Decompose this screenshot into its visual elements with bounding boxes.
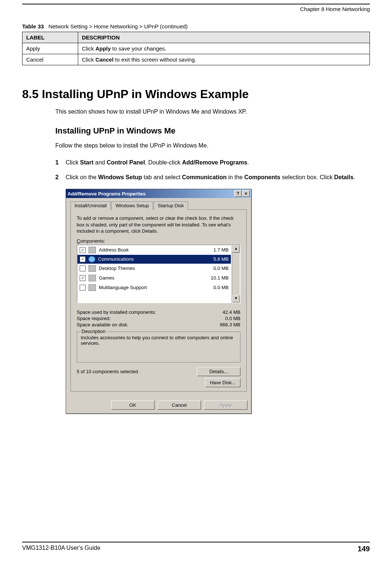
page-number: 149 xyxy=(358,545,370,553)
item-name: Desktop Themes xyxy=(99,266,200,271)
table-number: Table 33 xyxy=(22,23,44,30)
components-label: Components: xyxy=(77,238,240,244)
guide-title: VMG1312-B10A User's Guide xyxy=(22,545,100,553)
step-1: 1 Click Start and Control Panel. Double-… xyxy=(55,159,370,166)
table-row: Apply Click Apply to save your changes. xyxy=(22,43,370,54)
address-book-icon xyxy=(89,247,96,253)
games-icon xyxy=(89,275,96,281)
panel-help-text: To add or remove a component, select or … xyxy=(77,215,240,235)
ok-button[interactable]: OK xyxy=(111,400,155,410)
col-description: DESCRIPTION xyxy=(78,32,370,43)
desktop-themes-icon xyxy=(89,265,96,272)
list-item[interactable]: ✓ Communications 5.6 MB xyxy=(77,255,231,264)
have-disk-button[interactable]: Have Disk... xyxy=(205,378,240,387)
checkbox-icon[interactable]: ✓ xyxy=(80,247,86,253)
item-size: 0.0 MB xyxy=(203,266,229,271)
item-size: 0.0 MB xyxy=(203,285,229,290)
space-required-value: 0.0 MB xyxy=(225,316,240,321)
table-caption-text: Network Setting > Home Networking > UPnP… xyxy=(48,23,187,30)
list-item[interactable]: Multilanguage Support 0.0 MB xyxy=(77,283,231,292)
checkbox-icon[interactable]: ✓ xyxy=(80,275,86,281)
scroll-down-icon[interactable]: ▼ xyxy=(232,295,240,302)
globe-icon xyxy=(89,256,95,262)
tab-windows-setup[interactable]: Windows Setup xyxy=(111,201,153,210)
checkbox-icon[interactable] xyxy=(80,285,86,291)
section-heading: 8.5 Installing UPnP in Windows Example xyxy=(22,87,370,101)
add-remove-programs-dialog: Add/Remove Programs Properties ? × Insta… xyxy=(66,189,251,414)
settings-table: LABEL DESCRIPTION Apply Click Apply to s… xyxy=(22,32,370,65)
step-number: 1 xyxy=(55,159,66,166)
item-size: 1.7 MB xyxy=(203,247,229,253)
item-name: Communications xyxy=(98,256,200,262)
item-size: 10.1 MB xyxy=(203,275,229,281)
item-name: Multilanguage Support xyxy=(99,285,200,290)
tab-install-uninstall[interactable]: Install/Uninstall xyxy=(70,201,111,210)
cancel-button[interactable]: Cancel xyxy=(157,400,201,410)
help-icon[interactable]: ? xyxy=(234,190,242,197)
space-used-label: Space used by installed components: xyxy=(77,309,156,315)
scrollbar[interactable]: ▲ ▼ xyxy=(232,244,240,303)
page-footer: VMG1312-B10A User's Guide 149 xyxy=(22,542,370,553)
row-desc: Click Cancel to exit this screen without… xyxy=(78,54,370,65)
checkbox-icon[interactable] xyxy=(80,266,86,271)
step-text: Click on the Windows Setup tab and selec… xyxy=(66,174,370,181)
titlebar[interactable]: Add/Remove Programs Properties ? × xyxy=(66,189,251,198)
description-text: Includes accessories to help you connect… xyxy=(81,335,236,346)
chapter-header: Chapter 8 Home Networking xyxy=(22,6,370,12)
selected-count-text: 5 of 10 components selected xyxy=(77,369,138,374)
tabs: Install/Uninstall Windows Setup Startup … xyxy=(70,201,247,210)
components-listbox[interactable]: ✓ Address Book 1.7 MB ✓ Communications 5… xyxy=(77,244,232,303)
table-caption: Table 33 Network Setting > Home Networki… xyxy=(22,23,370,30)
table-row: Cancel Click Cancel to exit this screen … xyxy=(22,54,370,65)
col-label: LABEL xyxy=(22,32,78,43)
list-item[interactable]: ✓ Address Book 1.7 MB xyxy=(77,245,231,255)
tab-startup-disk[interactable]: Startup Disk xyxy=(154,201,188,210)
row-desc: Click Apply to save your changes. xyxy=(78,43,370,54)
list-item[interactable]: Desktop Themes 0.0 MB xyxy=(77,264,231,273)
tab-panel: To add or remove a component, select or … xyxy=(70,210,247,392)
list-item[interactable]: ✓ Games 10.1 MB xyxy=(77,273,231,283)
space-required-label: Space required: xyxy=(77,316,111,321)
apply-button[interactable]: Apply xyxy=(204,400,247,410)
description-legend: Description xyxy=(80,329,107,334)
item-size: 5.6 MB xyxy=(203,256,229,262)
sub-heading: Installing UPnP in Windows Me xyxy=(55,126,370,136)
space-available-label: Space available on disk: xyxy=(77,322,128,327)
section-intro: This section shows how to install UPnP i… xyxy=(55,108,370,115)
close-icon[interactable]: × xyxy=(242,190,250,197)
checkbox-icon[interactable]: ✓ xyxy=(80,256,86,262)
sub-intro: Follow the steps below to install the UP… xyxy=(55,142,370,149)
step-number: 2 xyxy=(55,174,66,181)
details-button[interactable]: Details... xyxy=(197,367,240,376)
dialog-button-bar: OK Cancel Apply xyxy=(66,396,251,413)
item-name: Games xyxy=(99,275,200,281)
titlebar-text: Add/Remove Programs Properties xyxy=(67,191,146,197)
row-label: Apply xyxy=(22,43,78,54)
step-2: 2 Click on the Windows Setup tab and sel… xyxy=(55,174,370,181)
scroll-up-icon[interactable]: ▲ xyxy=(232,245,240,253)
space-used-value: 42.4 MB xyxy=(223,309,240,315)
multilanguage-icon xyxy=(89,284,96,291)
row-label: Cancel xyxy=(22,54,78,65)
item-name: Address Book xyxy=(99,247,200,253)
space-info: Space used by installed components:42.4 … xyxy=(77,309,240,328)
description-group: Description Includes accessories to help… xyxy=(77,332,240,362)
space-available-value: 866.3 MB xyxy=(220,322,240,327)
step-text: Click Start and Control Panel. Double-cl… xyxy=(66,159,370,166)
